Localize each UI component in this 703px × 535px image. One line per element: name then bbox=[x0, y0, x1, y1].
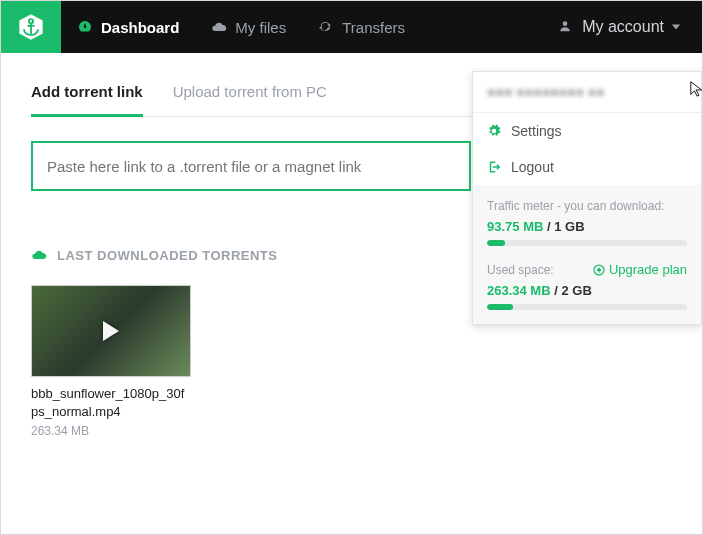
gear-icon bbox=[487, 124, 501, 138]
brand-logo[interactable] bbox=[1, 1, 61, 53]
dropdown-logout[interactable]: Logout bbox=[473, 149, 701, 185]
torrent-link-input[interactable] bbox=[31, 141, 471, 191]
tab-add-link[interactable]: Add torrent link bbox=[31, 71, 143, 117]
dropdown-stats: Traffic meter - you can download: 93.75 … bbox=[473, 185, 701, 324]
logout-icon bbox=[487, 160, 501, 174]
anchor-icon bbox=[17, 13, 45, 41]
file-size: 263.34 MB bbox=[31, 424, 191, 438]
nav-account-label: My account bbox=[582, 18, 664, 36]
nav-dashboard-label: Dashboard bbox=[101, 19, 179, 36]
space-label: Used space: bbox=[487, 263, 554, 277]
refresh-icon bbox=[318, 19, 334, 35]
primary-nav: Dashboard My files Transfers bbox=[61, 1, 421, 53]
traffic-bar bbox=[487, 240, 687, 246]
nav-account[interactable]: My account bbox=[536, 1, 702, 53]
caret-down-icon bbox=[672, 23, 680, 31]
traffic-value: 93.75 MB / 1 GB bbox=[487, 219, 687, 234]
dropdown-username: ■■■ ■■■■■■■■ ■■ bbox=[473, 72, 701, 112]
file-card[interactable]: bbb_sunflower_1080p_30fps_normal.mp4 263… bbox=[31, 285, 191, 438]
nav-myfiles-label: My files bbox=[235, 19, 286, 36]
space-bar bbox=[487, 304, 687, 310]
cloud-icon bbox=[211, 19, 227, 35]
arrow-up-circle-icon bbox=[593, 264, 605, 276]
section-title-label: LAST DOWNLOADED TORRENTS bbox=[57, 248, 277, 263]
gauge-icon bbox=[77, 19, 93, 35]
nav-transfers[interactable]: Transfers bbox=[302, 1, 421, 53]
dropdown-settings-label: Settings bbox=[511, 123, 562, 139]
play-icon bbox=[103, 321, 119, 341]
main-content: Add torrent link Upload torrent from PC … bbox=[1, 71, 702, 438]
nav-transfers-label: Transfers bbox=[342, 19, 405, 36]
dropdown-logout-label: Logout bbox=[511, 159, 554, 175]
account-dropdown: ■■■ ■■■■■■■■ ■■ Settings Logout Traffic … bbox=[472, 71, 702, 325]
space-value: 263.34 MB / 2 GB bbox=[487, 283, 687, 298]
tab-upload-pc[interactable]: Upload torrent from PC bbox=[173, 71, 327, 117]
user-icon bbox=[558, 19, 574, 35]
traffic-label: Traffic meter - you can download: bbox=[487, 199, 687, 213]
svg-point-4 bbox=[563, 21, 568, 26]
nav-myfiles[interactable]: My files bbox=[195, 1, 302, 53]
dropdown-settings[interactable]: Settings bbox=[473, 113, 701, 149]
nav-dashboard[interactable]: Dashboard bbox=[61, 1, 195, 53]
upgrade-plan-link[interactable]: Upgrade plan bbox=[593, 262, 687, 277]
cloud-download-icon bbox=[31, 247, 47, 263]
file-name: bbb_sunflower_1080p_30fps_normal.mp4 bbox=[31, 385, 191, 420]
file-thumbnail[interactable] bbox=[31, 285, 191, 377]
top-navbar: Dashboard My files Transfers My account bbox=[1, 1, 702, 53]
